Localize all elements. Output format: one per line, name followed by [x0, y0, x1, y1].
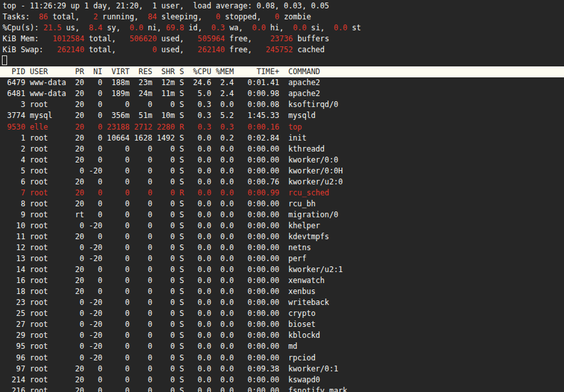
summary-text: cached	[293, 45, 324, 54]
summary-value: 0.0	[248, 23, 266, 32]
summary-text: KiB Mem:	[3, 34, 48, 43]
summary-text: total,	[84, 45, 121, 54]
process-row: 4 root 20 0 0 0 0 S 0.0 0.0 0:00.00 kwor…	[0, 155, 564, 166]
summary-value: 21.5	[43, 23, 61, 32]
summary-value: 506620	[121, 34, 157, 43]
summary-text: id,	[184, 23, 207, 32]
summary-value: 0.0	[288, 23, 306, 32]
process-row: 9 root rt 0 0 0 0 S 0.0 0.0 0:00.00 migr…	[0, 210, 564, 220]
summary-value: 69.8	[166, 23, 184, 32]
process-row: 14 root 20 0 0 0 0 S 0.0 0.0 0:00.00 kwo…	[0, 264, 564, 275]
process-row: 6481 www-data 20 0 189m 24m 11m S 5.0 2.…	[0, 88, 564, 99]
process-row: 6 root 20 0 0 0 0 S 0.0 0.0 0:00.76 kwor…	[0, 177, 564, 188]
summary-text: sleeping,	[157, 12, 206, 21]
process-row: 13 root 0 -20 0 0 0 S 0.0 0.0 0:00.00 pe…	[0, 253, 564, 264]
process-row: 96 root 0 -20 0 0 0 S 0.0 0.0 0:00.00 rp…	[0, 353, 564, 364]
summary-text: free,	[225, 34, 257, 43]
process-row: 12 root 0 -20 0 0 0 S 0.0 0.0 0:00.00 ne…	[0, 242, 564, 253]
summary-text: buffers	[293, 34, 329, 43]
summary-line-3: KiB Mem: 1012584 total, 506620 used, 505…	[0, 34, 564, 44]
summary-text: st	[347, 23, 361, 32]
summary-value: 262140	[189, 45, 225, 54]
process-row: 6479 www-data 20 0 188m 23m 12m S 24.6 2…	[0, 77, 564, 88]
process-row: 97 root 20 0 0 0 0 S 0.0 0.0 0:09.38 kwo…	[0, 364, 564, 375]
summary-value: 8.4	[84, 23, 102, 32]
summary-text: used,	[157, 45, 188, 54]
terminal-screen[interactable]: top - 11:26:29 up 1 day, 21:20, 1 user, …	[0, 0, 564, 392]
summary-text: KiB Swap:	[3, 45, 48, 54]
summary-text: free,	[225, 45, 257, 54]
summary-value: 86	[34, 12, 48, 21]
summary-value: 0.0	[125, 23, 143, 32]
process-row: 5 root 0 -20 0 0 0 S 0.0 0.0 0:00.00 kwo…	[0, 166, 564, 177]
summary-value: 245752	[257, 45, 293, 54]
process-row: 9530 elle 20 0 23188 2712 2280 R 0.3 0.3…	[0, 122, 564, 133]
process-row: 16 root 20 0 0 0 0 S 0.0 0.0 0:00.00 xen…	[0, 275, 564, 286]
summary-value: 505964	[189, 34, 225, 43]
summary-value: 2	[84, 12, 98, 21]
summary-value: 0	[266, 12, 279, 21]
process-row: 3 root 20 0 0 0 0 S 0.3 0.0 0:00.08 ksof…	[0, 99, 564, 110]
summary-text: Tasks:	[3, 12, 34, 21]
summary-text: wa,	[225, 23, 248, 32]
summary-value: 0	[207, 12, 220, 21]
summary-text: total,	[48, 12, 84, 21]
summary-text: stopped,	[220, 12, 266, 21]
process-row: 7 root 20 0 0 0 0 R 0.0 0.0 0:00.99 rcu_…	[0, 188, 564, 199]
process-row: 8 root 20 0 0 0 0 S 0.0 0.0 0:00.00 rcu_…	[0, 199, 564, 210]
summary-line-1: Tasks: 86 total, 2 running, 84 sleeping,…	[0, 12, 564, 23]
summary-text: si,	[307, 23, 329, 32]
summary-text: ni,	[143, 23, 166, 32]
process-row: 95 root 0 -20 0 0 0 S 0.0 0.0 0:00.00 md	[0, 341, 564, 352]
process-table-header: PID USER PR NI VIRT RES SHR S %CPU %MEM …	[0, 66, 564, 77]
summary-text: sy,	[102, 23, 125, 32]
process-row: 3774 mysql 20 0 356m 51m 10m S 0.3 5.2 1…	[0, 110, 564, 121]
summary-text: used,	[157, 34, 188, 43]
summary-text: zombie	[279, 12, 311, 21]
summary-text: total,	[84, 34, 121, 43]
process-row: 27 root 0 -20 0 0 0 S 0.0 0.0 0:00.00 bi…	[0, 319, 564, 330]
summary-value: 1012584	[48, 34, 84, 43]
summary-text: us,	[62, 23, 84, 32]
summary-value: 0.0	[329, 23, 347, 32]
summary-line-2: %Cpu(s): 21.5 us, 8.4 sy, 0.0 ni, 69.8 i…	[0, 23, 564, 34]
summary-line-0: top - 11:26:29 up 1 day, 21:20, 1 user, …	[0, 1, 564, 12]
process-row: 2 root 20 0 0 0 0 S 0.0 0.0 0:00.00 kthr…	[0, 144, 564, 155]
process-row: 18 root 20 0 0 0 0 S 0.0 0.0 0:00.00 xen…	[0, 286, 564, 297]
process-row: 10 root 0 -20 0 0 0 S 0.0 0.0 0:00.00 kh…	[0, 220, 564, 231]
process-row: 11 root 20 0 0 0 0 S 0.0 0.0 0:00.00 kde…	[0, 231, 564, 242]
process-row: 216 root 20 0 0 0 0 S 0.0 0.0 0:00.00 fs…	[0, 386, 564, 392]
summary-value: 84	[143, 12, 157, 21]
summary-line-4: KiB Swap: 262140 total, 0 used, 262140 f…	[0, 44, 564, 55]
process-row: 25 root 0 -20 0 0 0 S 0.0 0.0 0:00.00 cr…	[0, 308, 564, 319]
summary-value: 23736	[257, 34, 293, 43]
process-row: 29 root 0 -20 0 0 0 S 0.0 0.0 0:00.00 kb…	[0, 330, 564, 341]
process-row: 23 root 0 -20 0 0 0 S 0.0 0.0 0:00.00 wr…	[0, 297, 564, 308]
summary-text: running,	[98, 12, 143, 21]
process-row: 214 root 20 0 0 0 0 S 0.0 0.0 0:00.00 ks…	[0, 375, 564, 386]
summary-value: 0	[121, 45, 157, 54]
summary-text: hi,	[266, 23, 288, 32]
terminal-cursor	[2, 55, 7, 65]
summary-text: %Cpu(s):	[3, 23, 43, 32]
summary-value: 0.3	[207, 23, 225, 32]
process-row: 1 root 20 0 10664 1628 1492 S 0.0 0.2 0:…	[0, 133, 564, 144]
summary-text: top - 11:26:29 up 1 day, 21:20, 1 user, …	[3, 1, 329, 10]
summary-value: 262140	[48, 45, 84, 54]
cursor-line	[0, 55, 564, 66]
